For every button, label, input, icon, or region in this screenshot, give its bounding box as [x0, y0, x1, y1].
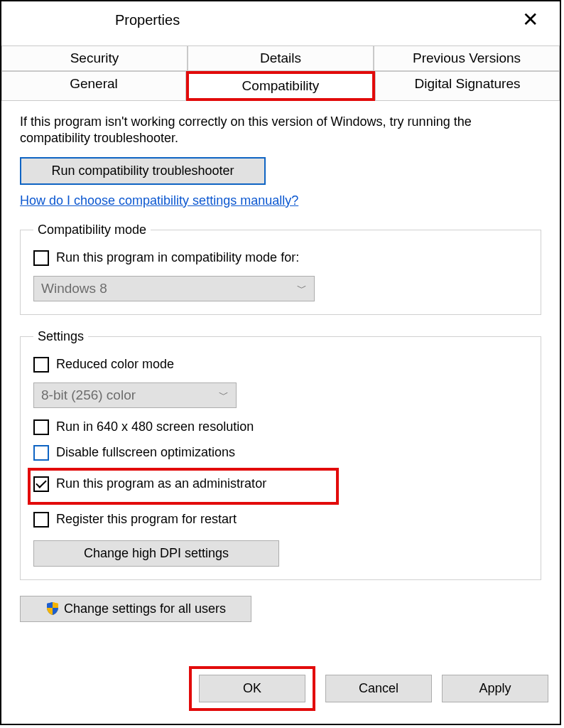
ok-highlight: OK — [189, 666, 315, 711]
intro-text: If this program isn't working correctly … — [20, 114, 541, 147]
tab-previous-versions[interactable]: Previous Versions — [374, 46, 560, 71]
manual-settings-link[interactable]: How do I choose compatibility settings m… — [20, 193, 298, 208]
close-icon[interactable]: ✕ — [515, 7, 546, 33]
run-as-admin-highlight: Run this program as an administrator — [28, 468, 339, 505]
run-as-admin-label: Run this program as an administrator — [56, 476, 266, 491]
properties-dialog: Properties ✕ Security Details Previous V… — [0, 0, 561, 725]
compatibility-mode-group: Compatibility mode Run this program in c… — [20, 223, 541, 315]
titlebar: Properties ✕ — [1, 1, 560, 38]
tab-content: If this program isn't working correctly … — [1, 101, 560, 622]
tab-compatibility[interactable]: Compatibility — [186, 71, 375, 101]
shield-icon — [45, 601, 60, 616]
color-dropdown[interactable]: 8-bit (256) color ﹀ — [33, 382, 237, 408]
change-all-users-label: Change settings for all users — [64, 601, 226, 616]
ok-button[interactable]: OK — [199, 675, 305, 702]
run-640-label: Run in 640 x 480 screen resolution — [56, 419, 254, 434]
reduced-color-label: Reduced color mode — [56, 357, 174, 372]
disable-fullscreen-checkbox[interactable] — [33, 445, 49, 461]
disable-fullscreen-label: Disable fullscreen optimizations — [56, 445, 235, 460]
compat-mode-legend: Compatibility mode — [33, 223, 151, 237]
compat-mode-dropdown[interactable]: Windows 8 ﹀ — [33, 276, 315, 301]
chevron-down-icon: ﹀ — [297, 282, 307, 295]
tab-security[interactable]: Security — [1, 46, 188, 71]
window-title: Properties — [115, 12, 180, 28]
compat-mode-label: Run this program in compatibility mode f… — [56, 250, 299, 265]
run-as-admin-checkbox[interactable] — [33, 476, 49, 492]
settings-legend: Settings — [33, 329, 88, 344]
color-value: 8-bit (256) color — [41, 387, 136, 403]
compat-mode-value: Windows 8 — [41, 281, 107, 296]
tab-details[interactable]: Details — [188, 46, 374, 71]
tab-digital-signatures[interactable]: Digital Signatures — [375, 71, 560, 101]
compat-mode-checkbox[interactable] — [33, 250, 49, 266]
settings-group: Settings Reduced color mode 8-bit (256) … — [20, 329, 541, 580]
change-dpi-button[interactable]: Change high DPI settings — [33, 540, 279, 567]
tab-general[interactable]: General — [1, 71, 186, 101]
cancel-button[interactable]: Cancel — [325, 675, 432, 702]
run-troubleshooter-button[interactable]: Run compatibility troubleshooter — [20, 157, 266, 185]
change-all-users-button[interactable]: Change settings for all users — [20, 596, 251, 622]
dialog-footer: OK Cancel Apply — [189, 666, 548, 711]
register-restart-checkbox[interactable] — [33, 512, 49, 528]
chevron-down-icon: ﹀ — [219, 389, 229, 402]
run-640-checkbox[interactable] — [33, 419, 49, 435]
tabs: Security Details Previous Versions Gener… — [1, 46, 560, 101]
reduced-color-checkbox[interactable] — [33, 357, 49, 373]
apply-button[interactable]: Apply — [442, 675, 548, 702]
register-restart-label: Register this program for restart — [56, 512, 237, 527]
